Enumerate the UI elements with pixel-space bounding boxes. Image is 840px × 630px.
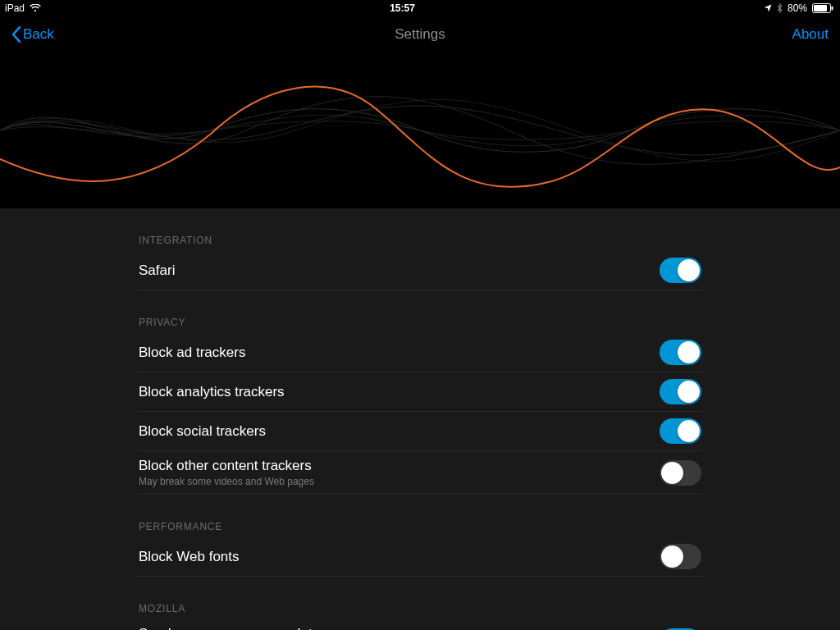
page-title: Settings [395, 26, 445, 43]
settings-list: INTEGRATION Safari PRIVACY Block ad trac… [137, 208, 703, 630]
status-time: 15:57 [390, 2, 415, 14]
back-label: Back [23, 26, 54, 43]
status-left: iPad [5, 2, 41, 14]
settings-content: INTEGRATION Safari PRIVACY Block ad trac… [0, 208, 840, 630]
row-title: Block other content trackers [139, 458, 314, 474]
status-right: 80% [764, 2, 833, 14]
toggle-block-ad-trackers[interactable] [660, 340, 701, 365]
bluetooth-icon [777, 3, 783, 13]
chevron-left-icon [11, 26, 21, 43]
svg-rect-1 [814, 5, 827, 11]
nav-bar: Back Settings About [0, 16, 840, 52]
row-title: Block social trackers [139, 423, 266, 440]
device-label: iPad [5, 2, 25, 14]
row-block-web-fonts: Block Web fonts [137, 537, 703, 577]
section-header-mozilla: MOZILLA [137, 596, 703, 619]
battery-percent: 80% [788, 2, 807, 14]
row-block-analytics-trackers: Block analytics trackers [137, 372, 703, 412]
wifi-icon [30, 4, 41, 12]
toggle-block-other-content-trackers[interactable] [660, 460, 701, 486]
section-header-performance: PERFORMANCE [137, 514, 703, 537]
hero-wave-graphic [0, 52, 840, 208]
toggle-block-social-trackers[interactable] [660, 418, 701, 444]
about-button[interactable]: About [792, 26, 829, 43]
toggle-block-analytics-trackers[interactable] [660, 379, 701, 404]
row-block-other-content-trackers: Block other content trackers May break s… [137, 451, 703, 495]
location-icon [764, 4, 772, 12]
row-block-ad-trackers: Block ad trackers [137, 333, 703, 372]
battery-icon [812, 3, 833, 13]
row-title: Safari [139, 262, 175, 279]
svg-rect-2 [831, 7, 833, 11]
toggle-safari[interactable] [660, 258, 701, 283]
back-button[interactable]: Back [11, 26, 54, 43]
section-header-integration: INTEGRATION [137, 228, 703, 251]
row-title: Block Web fonts [139, 549, 240, 565]
row-block-social-trackers: Block social trackers [137, 412, 703, 451]
row-title: Send anonymous usage data [139, 626, 320, 630]
row-title: Block ad trackers [139, 345, 245, 361]
row-title: Block analytics trackers [139, 384, 285, 400]
row-subtitle: May break some videos and Web pages [139, 476, 314, 487]
section-header-privacy: PRIVACY [137, 310, 703, 333]
row-safari: Safari [137, 251, 703, 290]
toggle-block-web-fonts[interactable] [660, 544, 701, 569]
about-label: About [792, 26, 829, 43]
row-send-usage-data: Send anonymous usage data Learn more [137, 619, 703, 630]
status-bar: iPad 15:57 80% [0, 0, 840, 16]
